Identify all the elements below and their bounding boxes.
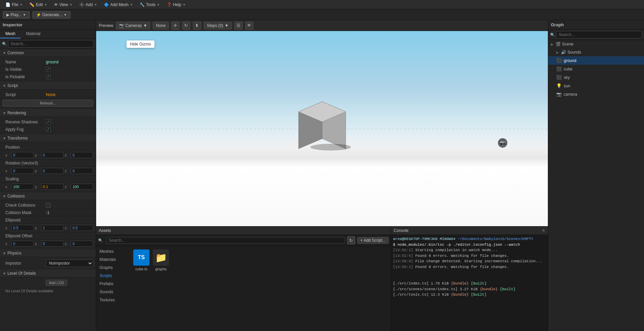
assets-content: TS cube.ts 📁 graphs	[130, 246, 391, 331]
add-lod-button[interactable]: Add LOD	[46, 280, 67, 286]
scaling-z[interactable]	[71, 184, 93, 190]
tab-mesh[interactable]: Mesh	[0, 30, 21, 38]
apply-fog-checkbox[interactable]: ✓	[46, 127, 51, 132]
refresh-button[interactable]: Refresh...	[3, 100, 93, 107]
console-close-icon[interactable]: ✕	[542, 228, 545, 233]
position-z[interactable]	[71, 152, 93, 158]
sidebar-scripts[interactable]: Scripts	[96, 272, 130, 280]
no-lod-text: No Level Of Details available.	[0, 287, 96, 295]
edit-icon: ✏️	[29, 2, 34, 7]
scaling-y[interactable]	[41, 184, 63, 190]
camera-preview-icon: 📷	[498, 138, 507, 148]
tree-sky[interactable]: ⬛ sky	[548, 73, 644, 82]
generate-button[interactable]: ⚡ Generate... ▼	[32, 11, 71, 19]
tree-sounds[interactable]: ▶ 🔊 Sounds	[548, 48, 644, 56]
name-prop: Name ground	[0, 58, 96, 66]
section-script[interactable]: ▼ Script	[0, 82, 96, 90]
check-collisions-checkbox[interactable]	[46, 203, 51, 208]
sidebar-textures[interactable]: Textures	[96, 296, 130, 304]
ellipsoid-y[interactable]	[41, 225, 63, 231]
position-x[interactable]	[11, 152, 34, 158]
scale-icon-btn[interactable]: ⬍	[193, 22, 201, 30]
is-pickable-checkbox[interactable]: ✓	[46, 74, 51, 79]
rotation-y[interactable]	[41, 168, 63, 174]
inspector-search-icon: 🔍	[2, 42, 7, 46]
collisions-arrow: ▼	[3, 194, 6, 198]
center-area: Preview 📷 Cameras ▼ None ✛ ↻ ⬍ Steps (0)…	[96, 20, 548, 331]
menu-edit[interactable]: ✏️ Edit ▼	[27, 2, 50, 8]
sidebar-meshes[interactable]: Meshes	[96, 247, 130, 255]
sidebar-prefabs[interactable]: Prefabs	[96, 280, 130, 288]
tree-sun[interactable]: 💡 sun	[548, 82, 644, 90]
menu-view[interactable]: 👁 View ▼	[51, 2, 75, 8]
ellipsoid-x[interactable]	[11, 225, 34, 231]
add-script-button[interactable]: + Add Script...	[357, 237, 389, 244]
sidebar-sounds[interactable]: Sounds	[96, 288, 130, 296]
section-collisions[interactable]: ▼ Collisions	[0, 192, 96, 200]
receive-shadows-checkbox[interactable]: ✓	[46, 120, 51, 124]
add-icon: ➕	[79, 2, 84, 7]
assets-refresh-icon[interactable]: ↻	[347, 236, 355, 244]
tree-scene[interactable]: ▶ 🎬 Scene	[548, 40, 644, 48]
menu-add[interactable]: ➕ Add ▼	[77, 2, 100, 8]
menubar: 📄 File ▼ ✏️ Edit ▼ 👁 View ▼ ➕ Add ▼ 🔷 Ad…	[0, 0, 644, 9]
rendering-body: Receive Shadows ✓ Apply Fog ✓	[0, 117, 96, 134]
tab-material[interactable]: Material	[21, 30, 46, 38]
asset-cube-ts[interactable]: TS cube.ts	[133, 249, 149, 271]
rotate-icon-btn[interactable]: ↻	[182, 22, 190, 30]
menu-icon-btn[interactable]: ☰	[234, 22, 243, 30]
graph-search-icon: 🔍	[550, 33, 555, 37]
cameras-button[interactable]: 📷 Cameras ▼	[116, 22, 150, 29]
inspector-search-row: 🔍	[0, 39, 96, 49]
assets-sidebar: Meshes Materials Graphs Scripts Prefabs …	[96, 246, 130, 331]
section-rendering[interactable]: ▼ Rendering	[0, 109, 96, 117]
steps-button[interactable]: Steps (0) ▼	[204, 22, 232, 29]
sun-icon: 💡	[556, 83, 562, 88]
cameras-arrow: ▼	[143, 23, 147, 28]
section-physics[interactable]: ▼ Physics	[0, 249, 96, 257]
view-icon: 👁	[54, 2, 58, 7]
inspector-search-input[interactable]	[8, 40, 94, 48]
section-lod[interactable]: ▼ Level Of Details	[0, 270, 96, 277]
eye-icon-btn[interactable]: 👁	[245, 22, 253, 30]
main-layout: Inspector Mesh Material 🔍 ▼ Common Name …	[0, 20, 644, 331]
asset-graphs[interactable]: 📁 graphs	[153, 249, 169, 271]
ellipsoid-z[interactable]	[71, 225, 93, 231]
scaling-x[interactable]	[11, 184, 34, 190]
move-icon-btn[interactable]: ✛	[171, 22, 179, 30]
add-lod-row: Add LOD	[0, 279, 96, 287]
rotation-x[interactable]	[11, 168, 34, 174]
help-icon: ❓	[167, 2, 172, 7]
menu-help[interactable]: ❓ Help ▼	[164, 2, 189, 8]
is-visible-checkbox[interactable]: ✓	[46, 67, 51, 72]
rotation-z[interactable]	[71, 168, 93, 174]
camera-icon: 📷	[119, 23, 124, 28]
graph-search-input[interactable]	[556, 31, 642, 38]
sidebar-materials[interactable]: Materials	[96, 255, 130, 264]
section-transforms[interactable]: ▼ Transforms	[0, 134, 96, 142]
svg-point-3	[310, 144, 351, 150]
menu-tools[interactable]: 🔧 Tools ▼	[137, 2, 163, 8]
menu-add-mesh[interactable]: 🔷 Add Mesh ▼	[101, 2, 136, 8]
tree-camera[interactable]: 📷 camera	[548, 90, 644, 98]
cube-icon: ⬛	[556, 66, 562, 71]
impostor-select[interactable]: NoImpostor BoxImpostor SphereImpostor	[46, 260, 93, 267]
none-button[interactable]: None	[153, 22, 169, 29]
cube-3d	[292, 85, 353, 153]
assets-search-icon: 🔍	[98, 238, 103, 243]
ellipsoid-offset-x[interactable]	[11, 241, 34, 247]
menu-file[interactable]: 📄 File ▼	[3, 2, 25, 8]
position-y[interactable]	[41, 152, 63, 158]
section-common[interactable]: ▼ Common	[0, 49, 96, 57]
ground-icon: ⬛	[556, 58, 562, 63]
tree-ground[interactable]: ⬛ ground	[548, 56, 644, 65]
tree-cube[interactable]: ⬛ cube	[548, 65, 644, 73]
assets-search-input[interactable]	[106, 237, 345, 244]
ellipsoid-offset-z[interactable]	[71, 241, 93, 247]
graph-search-row: 🔍	[548, 30, 644, 40]
sidebar-graphs[interactable]: Graphs	[96, 264, 130, 272]
scene-expand: ▶	[551, 42, 554, 46]
ellipsoid-offset-y[interactable]	[41, 241, 63, 247]
play-button[interactable]: ▶ Play... ▼	[3, 11, 30, 19]
console-line: [13:58:0] File change detected. Starting…	[393, 259, 546, 264]
